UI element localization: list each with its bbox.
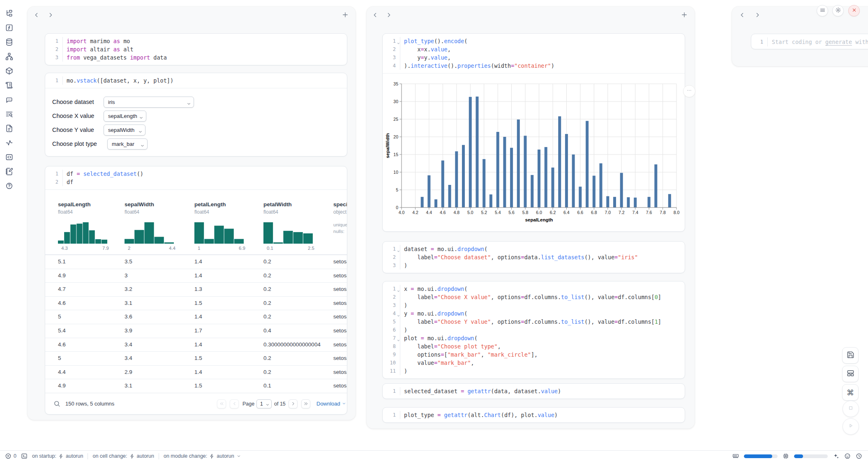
code-editor[interactable]: 1x = mo.ui.dropdown(2 label="Choose X va… xyxy=(383,281,685,378)
code-line[interactable]: 4).interactive().properties(width="conta… xyxy=(383,62,685,70)
code-editor[interactable]: 1df = selected_dataset()2df xyxy=(45,166,347,189)
code-line[interactable]: 1df = selected_dataset() xyxy=(45,170,347,178)
column-header-species[interactable]: speciesobjectuniquenulls: xyxy=(333,190,347,255)
table-row[interactable]: 53.61.40.2setosa xyxy=(45,310,347,324)
column-header-petalWidth[interactable]: petalWidthfloat640.12.5 xyxy=(263,190,328,255)
help-circle-icon[interactable] xyxy=(5,182,13,190)
code-line[interactable]: 11) xyxy=(383,367,685,375)
dropdown-sepalWidth[interactable]: sepalWidth xyxy=(104,124,145,136)
page-select[interactable]: 1 xyxy=(256,399,272,408)
notebook-pen-icon[interactable] xyxy=(5,168,13,175)
list-search-icon[interactable] xyxy=(5,110,13,118)
package-icon[interactable] xyxy=(5,67,13,75)
cell-xy-dropdowns[interactable]: 1x = mo.ui.dropdown(2 label="Choose X va… xyxy=(382,281,685,379)
settings-button[interactable] xyxy=(832,5,844,16)
table-row[interactable]: 4.63.41.40.30000000000000004setosa xyxy=(45,338,347,352)
close-button[interactable] xyxy=(848,5,860,16)
cell-selected-dataset[interactable]: 1selected_dataset = getattr(data, datase… xyxy=(382,383,685,399)
code-line[interactable]: 2 label="Choose dataset", options=data.l… xyxy=(383,253,685,261)
network-icon[interactable] xyxy=(5,53,13,60)
last-page-button[interactable] xyxy=(301,399,310,408)
code-line[interactable]: 3) xyxy=(383,261,685,270)
code-editor[interactable]: 1selected_dataset = getattr(data, datase… xyxy=(383,384,685,399)
column-next-icon[interactable] xyxy=(754,12,761,18)
code-line[interactable]: 8 label="Choose plot type", xyxy=(383,342,685,350)
column-prev-icon[interactable] xyxy=(739,12,746,18)
table-row[interactable]: 4.73.21.30.2setosa xyxy=(45,282,347,296)
run-button[interactable] xyxy=(843,418,859,435)
table-row[interactable]: 4.42.91.40.2setosa xyxy=(45,365,347,379)
column-header-sepalLength[interactable]: sepalLengthfloat644.37.9 xyxy=(58,190,123,255)
cell-imports[interactable]: 1import marimo as mo2import altair as al… xyxy=(45,33,347,65)
add-cell-button[interactable] xyxy=(681,11,688,18)
layout-button[interactable] xyxy=(842,366,859,382)
dropdown-sepalLength[interactable]: sepalLength xyxy=(104,111,146,122)
next-page-button[interactable] xyxy=(289,399,298,408)
cell-scratch[interactable]: 1 Start coding or generate with AI xyxy=(751,34,868,49)
code-line[interactable]: 3from vega_datasets import data xyxy=(45,53,347,62)
column-next-icon[interactable] xyxy=(47,12,54,18)
scroll-text-icon[interactable] xyxy=(5,81,13,89)
dropdown-mark_bar[interactable]: mark_bar xyxy=(107,138,148,150)
runtime-config-2[interactable]: on module change:autorun xyxy=(164,453,241,459)
code-editor[interactable]: 1plot_type().encode(2 x=x.value,3 y=y.va… xyxy=(383,34,685,73)
code-editor[interactable]: 1dataset = mo.ui.dropdown(2 label="Choos… xyxy=(383,242,685,273)
runtime-config-1[interactable]: on cell change:autorun xyxy=(92,453,154,459)
column-prev-icon[interactable] xyxy=(372,12,379,18)
download-link[interactable]: Download xyxy=(316,401,346,407)
code-line[interactable]: 6) xyxy=(383,326,685,334)
first-page-button[interactable] xyxy=(217,399,226,408)
dropdown-iris[interactable]: iris xyxy=(104,97,194,108)
bot-message-icon[interactable] xyxy=(5,96,13,104)
code-line[interactable]: 3) xyxy=(383,301,685,309)
code-line[interactable]: 1selected_dataset = getattr(data, datase… xyxy=(383,387,685,395)
table-row[interactable]: 53.41.50.2setosa xyxy=(45,351,347,365)
column-header-sepalWidth[interactable]: sepalWidthfloat6424.4 xyxy=(125,190,189,255)
code-line[interactable]: 3 y=y.value, xyxy=(383,53,685,62)
cell-plot-type[interactable]: 1plot_type = getattr(alt.Chart(df), plot… xyxy=(382,407,685,423)
code-editor[interactable]: 1import marimo as mo2import altair as al… xyxy=(45,34,347,65)
column-header-petalLength[interactable]: petalLengthfloat6416.9 xyxy=(194,190,259,255)
code-line[interactable]: 7plot = mo.ui.dropdown( xyxy=(383,334,685,342)
code-square-icon[interactable] xyxy=(5,153,13,161)
stop-button[interactable] xyxy=(843,401,859,417)
code-placeholder[interactable]: Start coding or generate with AI xyxy=(768,39,868,45)
prev-page-button[interactable] xyxy=(230,399,239,408)
code-line[interactable]: 1import marimo as mo xyxy=(45,37,347,45)
file-text-icon[interactable] xyxy=(5,124,13,132)
table-row[interactable]: 5.43.91.70.4setosa xyxy=(45,324,347,338)
chart-options-button[interactable] xyxy=(683,85,695,97)
code-line[interactable]: 5 label="Choose Y value", options=df.col… xyxy=(383,318,685,326)
code-line[interactable]: 1x = mo.ui.dropdown( xyxy=(383,285,685,293)
generate-link[interactable]: generate xyxy=(825,39,852,45)
code-line[interactable]: 1plot_type().encode( xyxy=(383,37,685,45)
column-prev-icon[interactable] xyxy=(33,12,40,18)
error-counter[interactable]: 0 xyxy=(5,453,16,459)
code-line[interactable]: 2df xyxy=(45,178,347,186)
shortcuts-button[interactable]: ⌘ xyxy=(842,384,859,401)
cell-dataframe[interactable]: 1df = selected_dataset()2df sepalLengthf… xyxy=(45,166,347,415)
cell-vstack[interactable]: 1mo.vstack([dataset, x, y, plot]) Choose… xyxy=(45,73,347,157)
assistant-icon[interactable] xyxy=(844,453,851,459)
column-next-icon[interactable] xyxy=(386,12,392,18)
save-button[interactable] xyxy=(842,347,859,364)
code-line[interactable]: 1dataset = mo.ui.dropdown( xyxy=(383,245,685,253)
ai-sparkles-icon[interactable] xyxy=(833,453,839,459)
code-line[interactable]: 1mo.vstack([dataset, x, y, plot]) xyxy=(45,76,347,85)
code-line[interactable]: 2import altair as alt xyxy=(45,45,347,53)
search-icon[interactable] xyxy=(53,400,60,407)
code-line[interactable]: 2 label="Choose X value", options=df.col… xyxy=(383,293,685,301)
code-editor[interactable]: 1mo.vstack([dataset, x, y, plot]) xyxy=(45,73,347,88)
code-editor[interactable]: 1plot_type = getattr(alt.Chart(df), plot… xyxy=(383,408,685,422)
table-row[interactable]: 4.931.40.2setosa xyxy=(45,269,347,283)
activity-icon[interactable] xyxy=(5,139,13,147)
table-row[interactable]: 4.93.11.50.1setosa xyxy=(45,379,347,393)
database-icon[interactable] xyxy=(5,38,13,46)
add-cell-button[interactable] xyxy=(342,11,349,18)
runtime-clock-icon[interactable] xyxy=(856,453,862,459)
cell-chart[interactable]: 1plot_type().encode(2 x=x.value,3 y=y.va… xyxy=(382,33,685,232)
code-line[interactable]: 4y = mo.ui.dropdown( xyxy=(383,309,685,318)
menu-button[interactable] xyxy=(817,5,828,16)
code-line[interactable]: 2 x=x.value, xyxy=(383,45,685,53)
code-line[interactable]: 9 options=["mark_bar", "mark_circle"], xyxy=(383,350,685,359)
